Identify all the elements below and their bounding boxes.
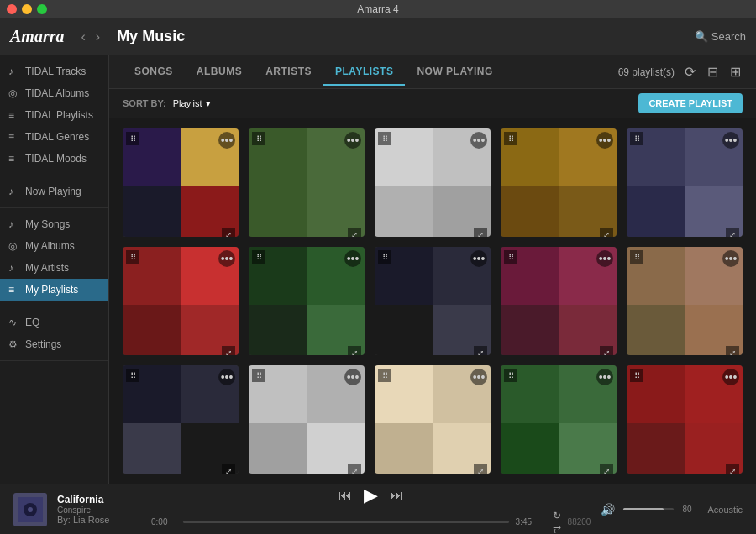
playlist-card[interactable]: ⠿ ••• ⤢ For You from Me 88 track(s) ▶ (123, 247, 239, 355)
playlist-thumbnail: ⠿ ••• ⤢ (249, 247, 365, 355)
playlist-card[interactable]: ⠿ ••• ⤢ Legends: Djang... 33 track(s) ▶ (375, 247, 491, 355)
card-menu-button[interactable]: ••• (344, 132, 361, 149)
progress-bar[interactable] (183, 521, 509, 523)
card-menu-button[interactable]: ••• (218, 250, 235, 267)
card-menu-button[interactable]: ••• (596, 132, 613, 149)
search-icon: 🔍 (695, 30, 708, 43)
tab-songs[interactable]: SONGS (123, 59, 185, 86)
playlist-card[interactable]: ⠿ ••• ⤢ Local Files 23 track(s) ▶ (501, 365, 617, 474)
player-artist: By: Lia Rose (57, 515, 141, 525)
maximize-button[interactable] (37, 4, 47, 14)
playlist-card[interactable]: ⠿ ••• ⤢ Legends: Pink Fl... 30 track(s) … (123, 365, 239, 474)
expand-button[interactable]: ⤢ (600, 464, 613, 474)
search-button[interactable]: 🔍 Search (695, 30, 746, 43)
thumb-cell-3 (627, 186, 685, 237)
playlist-card[interactable]: ⠿ ••• ⤢ Electronic Hi-Fi 36 track(s) ▶ (123, 128, 239, 237)
expand-button[interactable]: ⤢ (474, 464, 487, 474)
playlist-card[interactable]: ⠿ ••• ⤢ Favorites 273 track(s) ▶ (375, 128, 491, 237)
volume-bar[interactable] (623, 508, 674, 510)
expand-button[interactable]: ⤢ (348, 346, 361, 355)
playlist-card[interactable]: ⠿ ••• ⤢ Leithal Birthday... 148 track(s)… (249, 365, 365, 474)
thumb-cell-3 (123, 186, 181, 237)
playlist-card[interactable]: ⠿ ••• ⤢ Leithal Birthday... 162 track(s)… (375, 365, 491, 474)
expand-button[interactable]: ⤢ (474, 346, 487, 355)
sidebar-item-label: My Playlists (25, 284, 78, 296)
drag-handle: ⠿ (504, 250, 517, 264)
sidebar-item-my-playlists[interactable]: ≡ My Playlists (0, 279, 108, 301)
window-title: Amarra 4 (357, 3, 398, 15)
sidebar-item-label: My Songs (25, 218, 70, 230)
tabs-row: SONGS ALBUMS ARTISTS PLAYLISTS NOW PLAYI… (109, 55, 756, 89)
player-buttons: ⏮ ▶ ⏭ (339, 484, 403, 506)
sidebar-item-tidal-albums[interactable]: ◎ TIDAL Albums (0, 82, 108, 104)
window-controls[interactable] (7, 4, 47, 14)
playlist-card[interactable]: ⠿ ••• ⤢ Legends: Elza S... 18 track(s) ▶ (501, 247, 617, 355)
sidebar-item-tidal-moods[interactable]: ≡ TIDAL Moods (0, 148, 108, 170)
expand-button[interactable]: ⤢ (348, 464, 361, 474)
expand-button[interactable]: ⤢ (726, 228, 739, 237)
close-button[interactable] (7, 4, 17, 14)
sidebar-item-now-playing[interactable]: ♪ Now Playing (0, 181, 108, 202)
playlist-card[interactable]: ⠿ ••• ⤢ Legends: Natali... 30 track(s) ▶ (627, 247, 743, 355)
nav-arrows[interactable]: ‹ › (77, 28, 103, 46)
card-menu-button[interactable]: ••• (596, 250, 613, 267)
columns-button[interactable]: ⊞ (728, 62, 743, 81)
next-button[interactable]: ⏭ (390, 488, 403, 503)
card-menu-button[interactable]: ••• (344, 369, 361, 385)
card-menu-button[interactable]: ••• (470, 369, 487, 385)
forward-button[interactable]: › (92, 28, 103, 46)
shuffle-button[interactable]: ⇄ (553, 523, 561, 535)
card-menu-button[interactable]: ••• (722, 132, 739, 149)
expand-button[interactable]: ⤢ (726, 464, 739, 474)
filter-button[interactable]: ⊟ (706, 62, 720, 81)
card-menu-button[interactable]: ••• (596, 369, 613, 385)
sidebar-item-my-albums[interactable]: ◎ My Albums (0, 235, 108, 257)
playlist-grid: ⠿ ••• ⤢ Electronic Hi-Fi 36 track(s) ▶ ⠿… (109, 118, 756, 484)
sidebar-item-eq[interactable]: ∿ EQ (0, 312, 108, 333)
time-current: 0:00 (151, 517, 176, 526)
tab-now-playing[interactable]: NOW PLAYING (405, 59, 504, 86)
playlist-card[interactable]: ⠿ ••• ⤢ Folk Music 8 track(s) ▶ (501, 128, 617, 237)
card-menu-button[interactable]: ••• (470, 250, 487, 267)
card-menu-button[interactable]: ••• (218, 369, 235, 385)
playlist-card[interactable]: ⠿ ••• ⤢ Madeleine's Fav... 83 track(s) ▶ (627, 365, 743, 474)
sidebar-item-my-songs[interactable]: ♪ My Songs (0, 213, 108, 235)
expand-button[interactable]: ⤢ (474, 228, 487, 237)
card-menu-button[interactable]: ••• (344, 250, 361, 267)
card-menu-button[interactable]: ••• (722, 369, 739, 385)
previous-button[interactable]: ⏮ (339, 488, 352, 503)
play-pause-button[interactable]: ▶ (364, 484, 378, 506)
create-playlist-button[interactable]: CREATE PLAYLIST (638, 93, 743, 113)
sidebar-item-my-artists[interactable]: ♪ My Artists (0, 257, 108, 279)
refresh-button[interactable]: ⟳ (683, 62, 697, 81)
expand-button[interactable]: ⤢ (222, 464, 235, 474)
expand-button[interactable]: ⤢ (348, 228, 361, 237)
tab-artists[interactable]: ARTISTS (254, 59, 323, 86)
player-title: California (57, 494, 141, 505)
sidebar-item-tidal-tracks[interactable]: ♪ TIDAL Tracks (0, 60, 108, 82)
back-button[interactable]: ‹ (77, 28, 88, 46)
card-menu-button[interactable]: ••• (470, 132, 487, 149)
expand-button[interactable]: ⤢ (222, 346, 235, 355)
playlist-card[interactable]: ⠿ ••• ⤢ Folk'n Country 42 track(s) ▶ (627, 128, 743, 237)
card-menu-button[interactable]: ••• (722, 250, 739, 267)
minimize-button[interactable] (22, 4, 32, 14)
sidebar-item-tidal-genres[interactable]: ≡ TIDAL Genres (0, 126, 108, 148)
drag-handle: ⠿ (378, 250, 391, 264)
sort-value[interactable]: Playlist ▾ (173, 98, 211, 109)
sidebar-item-label: TIDAL Tracks (25, 65, 86, 77)
playlist-card[interactable]: ⠿ ••• ⤢ Legends: Bob M... 50 track(s) ▶ (249, 247, 365, 355)
expand-button[interactable]: ⤢ (726, 346, 739, 355)
expand-button[interactable]: ⤢ (600, 228, 613, 237)
expand-button[interactable]: ⤢ (600, 346, 613, 355)
tab-albums[interactable]: ALBUMS (185, 59, 254, 86)
sidebar-item-settings[interactable]: ⚙ Settings (0, 333, 108, 355)
tab-playlists[interactable]: PLAYLISTS (323, 59, 405, 86)
playlist-card[interactable]: ⠿ ••• ⤢ Fare Thee Well 16 track(s) ▶ (249, 128, 365, 237)
thumb-cell-3 (375, 186, 433, 237)
card-menu-button[interactable]: ••• (218, 132, 235, 149)
expand-button[interactable]: ⤢ (222, 228, 235, 237)
thumb-cell-3 (501, 305, 559, 355)
sidebar-item-tidal-playlists[interactable]: ≡ TIDAL Playlists (0, 104, 108, 126)
repeat-button[interactable]: ↻ (553, 510, 561, 521)
